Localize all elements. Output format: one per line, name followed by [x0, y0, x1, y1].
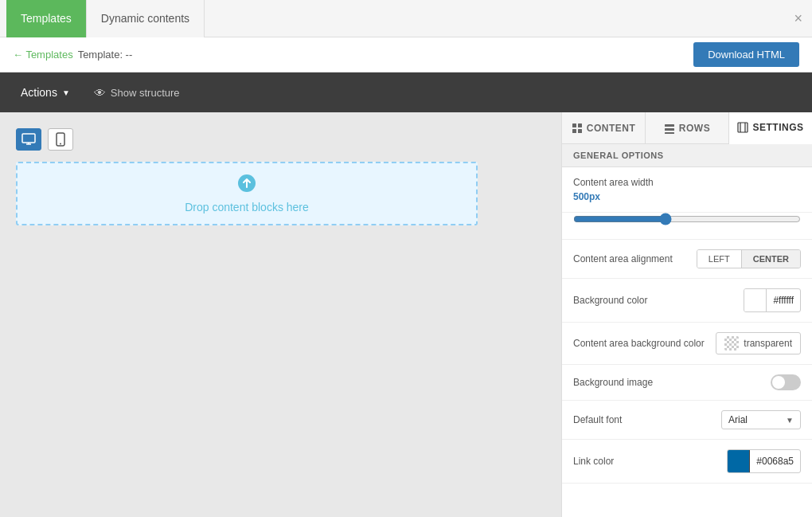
svg-rect-7 [578, 123, 582, 127]
mobile-icon [56, 132, 65, 147]
actions-button[interactable]: Actions ▼ [13, 81, 78, 104]
panel-content: GENERAL OPTIONS Content area width 500px… [562, 144, 812, 517]
content-area-bg-row: Content area background color transparen… [562, 323, 812, 365]
svg-rect-10 [665, 124, 674, 127]
content-area-alignment-label: Content area alignment [573, 253, 673, 264]
align-center-button[interactable]: CENTER [742, 250, 800, 268]
desktop-icon [21, 133, 36, 146]
background-color-label: Background color [573, 295, 647, 306]
default-font-select[interactable]: Arial ▼ [721, 410, 801, 429]
svg-rect-9 [578, 129, 582, 133]
chevron-down-icon: ▼ [786, 416, 794, 425]
svg-rect-8 [572, 129, 576, 133]
background-image-row: Background image [562, 365, 812, 401]
link-color-input[interactable]: #0068a5 [727, 449, 801, 473]
top-tab-bar: Templates Dynamic contents × [0, 0, 812, 37]
background-image-label: Background image [573, 377, 653, 388]
svg-rect-0 [22, 134, 35, 143]
close-icon[interactable]: × [794, 10, 802, 27]
svg-rect-11 [665, 128, 674, 131]
alignment-buttons: LEFT CENTER [697, 249, 801, 268]
link-color-value: #0068a5 [750, 452, 800, 470]
background-color-input[interactable]: #ffffff [744, 288, 801, 312]
settings-icon [737, 122, 748, 133]
link-color-row: Link color #0068a5 [562, 440, 812, 484]
tab-settings[interactable]: SETTINGS [729, 112, 812, 144]
width-slider[interactable] [573, 213, 801, 225]
tab-content[interactable]: CONTENT [562, 112, 646, 143]
device-icons [16, 128, 545, 151]
background-image-toggle[interactable] [771, 374, 801, 390]
background-color-swatch [744, 289, 767, 311]
main-layout: Drop content blocks here CONTENT [0, 112, 812, 517]
template-name: Template: -- [78, 49, 133, 61]
default-font-label: Default font [573, 414, 622, 425]
background-color-value: #ffffff [767, 292, 800, 309]
content-area-alignment-row: Content area alignment LEFT CENTER [562, 240, 812, 279]
content-area-bg-label: Content area background color [573, 338, 705, 349]
general-options-header: GENERAL OPTIONS [562, 144, 812, 167]
eye-icon: 👁 [94, 86, 106, 100]
upload-icon [237, 174, 256, 198]
width-slider-container [562, 213, 812, 240]
content-area-width-label: Content area width [573, 177, 654, 188]
link-color-swatch [728, 450, 750, 472]
right-panel: CONTENT ROWS SETTINGS GEN [561, 112, 812, 517]
breadcrumb-bar: ← Templates Template: -- Download HTML [0, 37, 812, 72]
tab-rows-label: ROWS [679, 123, 710, 134]
tab-settings-label: SETTINGS [752, 122, 803, 133]
show-structure-button[interactable]: 👁 Show structure [94, 86, 180, 100]
download-html-button[interactable]: Download HTML [693, 42, 799, 67]
content-area-width-row: Content area width 500px [562, 167, 812, 213]
content-area-width-value: 500px [573, 191, 600, 202]
default-font-row: Default font Arial ▼ [562, 401, 812, 440]
svg-rect-6 [572, 123, 576, 127]
tab-dynamic-contents[interactable]: Dynamic contents [87, 0, 205, 37]
tab-templates-label: Templates [21, 12, 72, 25]
drop-zone[interactable]: Drop content blocks here [16, 162, 478, 225]
tab-templates[interactable]: Templates [6, 0, 87, 37]
svg-point-4 [60, 143, 61, 145]
drop-zone-text: Drop content blocks here [185, 201, 309, 213]
grid-icon [572, 123, 583, 134]
breadcrumb: ← Templates Template: -- [13, 49, 132, 61]
align-left-button[interactable]: LEFT [697, 250, 742, 268]
tab-dynamic-contents-label: Dynamic contents [101, 12, 189, 25]
transparent-icon [724, 336, 739, 351]
rows-icon [664, 123, 675, 134]
tab-rows[interactable]: ROWS [646, 112, 729, 143]
transparent-label: transparent [744, 338, 792, 349]
canvas-area: Drop content blocks here [0, 112, 561, 517]
toolbar: Actions ▼ 👁 Show structure [0, 72, 812, 112]
default-font-value: Arial [728, 414, 748, 425]
svg-rect-13 [738, 123, 748, 132]
content-area-bg-button[interactable]: transparent [716, 332, 801, 354]
background-color-row: Background color #ffffff [562, 279, 812, 323]
show-structure-label: Show structure [111, 87, 180, 99]
mobile-view-button[interactable] [48, 128, 73, 151]
chevron-down-icon: ▼ [62, 88, 70, 97]
desktop-view-button[interactable] [16, 128, 41, 151]
tab-content-label: CONTENT [587, 123, 636, 134]
panel-tabs: CONTENT ROWS SETTINGS [562, 112, 812, 144]
link-color-label: Link color [573, 456, 614, 467]
svg-rect-12 [665, 132, 674, 134]
back-to-templates-link[interactable]: ← Templates [13, 49, 73, 61]
actions-label: Actions [21, 86, 57, 99]
